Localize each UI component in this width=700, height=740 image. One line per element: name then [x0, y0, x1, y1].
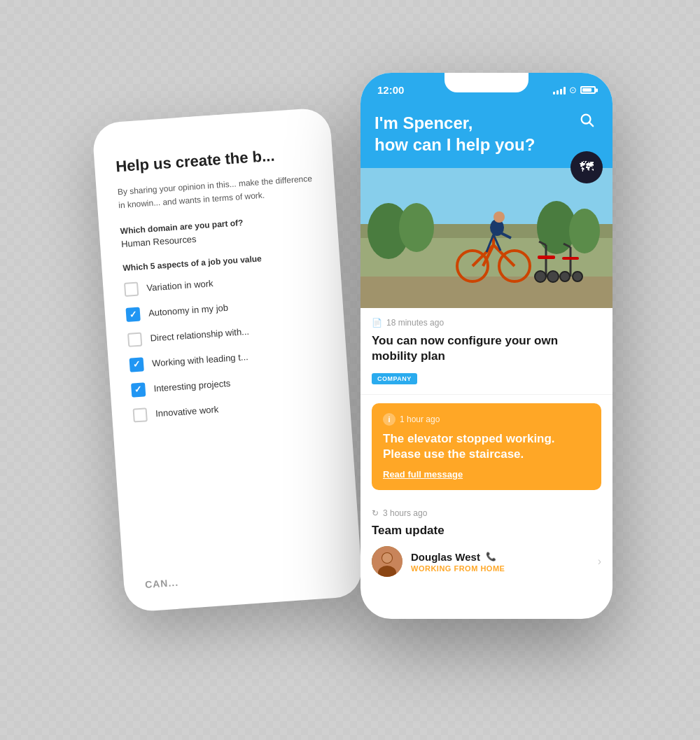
checkbox-item-1[interactable]: Autonomy in my job: [125, 294, 322, 321]
svg-point-34: [382, 553, 392, 563]
info-icon: i: [383, 413, 396, 426]
phone-back: Help us create the b... By sharing your …: [92, 106, 363, 612]
team-update-card[interactable]: ↻ 3 hours ago Team update: [360, 498, 612, 587]
svg-line-1: [589, 123, 593, 126]
company-tag: COMPANY: [372, 373, 417, 384]
svg-point-28: [560, 272, 570, 281]
team-member[interactable]: Douglas West 📞 WORKING FROM HOME ›: [372, 546, 601, 577]
member-status: WORKING FROM HOME: [411, 564, 589, 573]
hero-svg: [360, 168, 612, 308]
alert-meta: i 1 hour ago: [383, 413, 590, 426]
checkbox-label-0: Variation in work: [146, 278, 214, 293]
alert-card[interactable]: i 1 hour ago The elevator stopped workin…: [372, 403, 601, 490]
map-icon: 🗺: [580, 159, 594, 175]
phone-front: 12:00 ⊙ I'm Spencer, how can I help you?: [360, 73, 612, 619]
svg-rect-30: [562, 257, 579, 260]
svg-point-24: [547, 271, 559, 282]
team-time: 3 hours ago: [383, 508, 427, 518]
signal-icon: [553, 86, 566, 95]
status-time: 12:00: [377, 84, 404, 96]
avatar: [372, 546, 402, 577]
avatar-image: [372, 546, 402, 577]
greeting-line2: how can I help you?: [374, 134, 598, 155]
bar3: [560, 89, 562, 95]
checkbox-4[interactable]: [131, 382, 146, 397]
document-icon: 📄: [372, 318, 382, 328]
svg-point-7: [399, 203, 434, 252]
member-name: Douglas West: [411, 551, 480, 563]
content-area[interactable]: 📄 18 minutes ago You can now configure y…: [360, 168, 612, 619]
svg-point-9: [569, 209, 600, 253]
app-header: I'm Spencer, how can I help you? 🗺: [360, 104, 612, 168]
checkbox-item-5[interactable]: Innovative work: [133, 395, 330, 422]
article-time: 18 minutes ago: [386, 318, 444, 328]
article-title: You can now configure your own mobility …: [372, 333, 601, 364]
checkbox-label-1: Autonomy in my job: [148, 302, 229, 319]
checkbox-item-3[interactable]: Working with leading t...: [130, 344, 326, 372]
checkbox-item-0[interactable]: Variation in work: [124, 269, 321, 296]
back-subtitle: By sharing your opinion in this... make …: [117, 172, 314, 212]
header-greeting: I'm Spencer, how can I help you?: [374, 112, 598, 155]
team-meta: ↻ 3 hours ago: [372, 508, 601, 518]
checkbox-2[interactable]: [127, 332, 142, 347]
wifi-icon: ⊙: [569, 85, 577, 95]
cancel-button[interactable]: CAN...: [145, 576, 179, 589]
back-title: Help us create the b...: [115, 143, 312, 176]
phones-container: Help us create the b... By sharing your …: [88, 73, 612, 668]
back-content: Help us create the b... By sharing your …: [92, 106, 363, 612]
battery-icon: [580, 86, 596, 94]
back-question2: Which 5 aspects of a job you value: [122, 249, 318, 272]
checkbox-item-4[interactable]: Interesting projects: [131, 370, 328, 397]
bar1: [553, 92, 555, 95]
article-meta: 📄 18 minutes ago: [372, 318, 601, 328]
checkbox-label-2: Direct relationship with...: [150, 326, 249, 344]
battery-fill: [582, 88, 592, 92]
alert-time: 1 hour ago: [400, 414, 440, 424]
svg-point-17: [493, 211, 505, 223]
hero-image: [360, 168, 612, 308]
checkbox-3[interactable]: [130, 357, 144, 372]
status-icons: ⊙: [553, 85, 596, 95]
team-title: Team update: [372, 524, 601, 538]
checkbox-label-4: Interesting projects: [153, 378, 231, 394]
svg-rect-25: [538, 256, 555, 259]
chevron-right-icon: ›: [598, 555, 601, 568]
article-card[interactable]: 📄 18 minutes ago You can now configure y…: [360, 308, 612, 395]
checkbox-label-3: Working with leading t...: [152, 351, 248, 369]
map-button[interactable]: 🗺: [570, 151, 603, 183]
member-name-row: Douglas West 📞: [411, 551, 589, 563]
phone-icon: 📞: [486, 552, 496, 561]
status-bar: 12:00 ⊙: [360, 73, 612, 104]
svg-point-29: [573, 272, 582, 281]
refresh-icon: ↻: [372, 508, 379, 518]
checkbox-item-2[interactable]: Direct relationship with...: [127, 319, 324, 347]
checkbox-label-5: Innovative work: [155, 404, 219, 419]
alert-read-more-link[interactable]: Read full message: [383, 469, 463, 480]
bar4: [564, 87, 566, 95]
checkbox-5[interactable]: [133, 407, 148, 422]
checkbox-1[interactable]: [125, 307, 140, 321]
bar2: [556, 90, 559, 95]
svg-point-23: [535, 271, 546, 282]
notch: [444, 73, 528, 92]
search-icon[interactable]: [579, 112, 598, 132]
greeting-line1: I'm Spencer,: [374, 112, 598, 134]
alert-title: The elevator stopped working. Please use…: [383, 431, 590, 462]
checkbox-0[interactable]: [124, 281, 139, 296]
member-info: Douglas West 📞 WORKING FROM HOME: [411, 551, 589, 573]
